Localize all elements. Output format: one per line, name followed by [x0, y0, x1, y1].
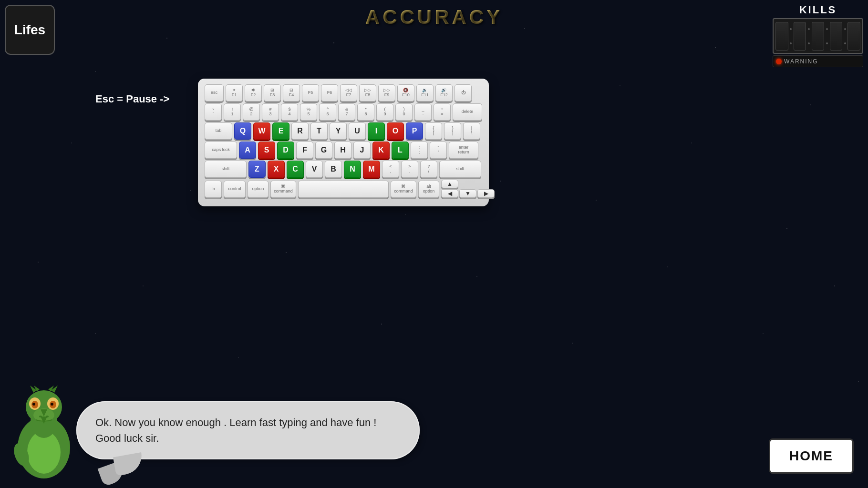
- key-g[interactable]: G: [315, 142, 332, 159]
- key-h[interactable]: H: [334, 142, 351, 159]
- kills-sep-dot-6: [826, 42, 828, 44]
- key-comma[interactable]: <,: [382, 161, 399, 178]
- key-p[interactable]: P: [406, 122, 423, 140]
- key-f11[interactable]: 🔉F11: [416, 84, 434, 102]
- kills-sep-dot-1: [790, 28, 792, 30]
- key-5[interactable]: %5: [300, 103, 317, 121]
- key-d[interactable]: D: [277, 142, 294, 159]
- key-arrow-down[interactable]: ▼: [459, 189, 476, 198]
- key-f4[interactable]: ⊟F4: [283, 84, 300, 102]
- svg-point-7: [32, 403, 35, 406]
- key-1[interactable]: !1: [224, 103, 241, 121]
- key-3[interactable]: #3: [262, 103, 279, 121]
- key-arrow-left[interactable]: ◀: [441, 189, 458, 198]
- key-l[interactable]: L: [392, 142, 409, 159]
- key-k[interactable]: K: [372, 142, 390, 159]
- key-z[interactable]: Z: [248, 161, 266, 178]
- key-caps-lock[interactable]: caps lock: [205, 142, 237, 159]
- key-m[interactable]: M: [363, 161, 380, 178]
- key-fn-bottom[interactable]: fn: [205, 181, 222, 198]
- key-space[interactable]: [298, 181, 389, 198]
- key-f7[interactable]: ◁◁F7: [340, 84, 357, 102]
- key-i[interactable]: I: [368, 122, 385, 140]
- key-y[interactable]: Y: [330, 122, 347, 140]
- key-f12[interactable]: 🔊F12: [435, 84, 453, 102]
- key-2[interactable]: @2: [243, 103, 260, 121]
- key-arrow-up[interactable]: ▲: [441, 180, 458, 188]
- key-n[interactable]: N: [344, 161, 361, 178]
- accuracy-text: ACCURACY: [365, 6, 503, 28]
- key-f2[interactable]: ✱F2: [245, 84, 262, 102]
- key-c[interactable]: C: [287, 161, 304, 178]
- warning-text: WARNING: [784, 58, 818, 65]
- key-option-right[interactable]: altoption: [418, 181, 439, 198]
- key-b[interactable]: B: [325, 161, 342, 178]
- key-f6[interactable]: F6: [321, 84, 338, 102]
- key-r[interactable]: R: [291, 122, 309, 140]
- key-v[interactable]: V: [306, 161, 323, 178]
- key-f5[interactable]: F5: [302, 84, 319, 102]
- key-tab[interactable]: tab: [205, 122, 232, 140]
- key-lbracket[interactable]: {[: [425, 122, 442, 140]
- key-equals[interactable]: +=: [434, 103, 451, 121]
- key-8[interactable]: *8: [357, 103, 374, 121]
- key-t[interactable]: T: [310, 122, 328, 140]
- key-f3[interactable]: ⊞F3: [264, 84, 281, 102]
- key-backslash[interactable]: |\: [463, 122, 480, 140]
- key-arrow-right[interactable]: ▶: [477, 189, 495, 198]
- key-j[interactable]: J: [353, 142, 371, 159]
- home-button[interactable]: HOME: [769, 438, 854, 474]
- key-0[interactable]: )0: [395, 103, 413, 121]
- key-slash[interactable]: ?/: [420, 161, 437, 178]
- key-minus[interactable]: _-: [414, 103, 432, 121]
- key-shift-right[interactable]: shift: [439, 161, 481, 178]
- key-x[interactable]: X: [268, 161, 285, 178]
- key-s[interactable]: S: [258, 142, 275, 159]
- key-f8[interactable]: ▷▷F8: [359, 84, 376, 102]
- lifes-label: Lifes: [14, 22, 45, 38]
- keyboard-row-asdf: caps lock A S D F G H J K L :; "' enterr…: [205, 142, 482, 159]
- key-option-left[interactable]: option: [248, 181, 269, 198]
- kills-digit-1: [775, 22, 788, 51]
- key-f10[interactable]: 🔇F10: [397, 84, 414, 102]
- key-command-left[interactable]: ⌘command: [270, 181, 296, 198]
- key-enter[interactable]: enterreturn: [449, 142, 478, 159]
- key-delete[interactable]: delete: [453, 103, 482, 121]
- key-shift-left[interactable]: shift: [205, 161, 247, 178]
- key-7[interactable]: &7: [338, 103, 355, 121]
- key-q[interactable]: Q: [234, 122, 251, 140]
- key-f9[interactable]: ▷▷F9: [378, 84, 395, 102]
- key-backtick[interactable]: ~`: [205, 103, 222, 121]
- kills-digit-2: [794, 22, 806, 51]
- key-rbracket[interactable]: }]: [444, 122, 461, 140]
- kills-separator-3: [826, 22, 828, 51]
- kills-sep-dot-5: [826, 28, 828, 30]
- kills-label: KILLS: [773, 4, 863, 16]
- key-4[interactable]: $4: [281, 103, 298, 121]
- key-u[interactable]: U: [349, 122, 366, 140]
- kills-digit-4: [830, 22, 843, 51]
- lifes-box: Lifes: [5, 5, 55, 55]
- key-e[interactable]: E: [272, 122, 289, 140]
- kills-sep-dot-4: [808, 42, 810, 44]
- dialog-container: Ok. Now you know enough . Learn fast typ…: [76, 401, 420, 459]
- key-period[interactable]: >.: [401, 161, 418, 178]
- key-f[interactable]: F: [296, 142, 313, 159]
- kills-counter: [773, 18, 863, 54]
- key-o[interactable]: O: [387, 122, 404, 140]
- key-semicolon[interactable]: :;: [411, 142, 428, 159]
- key-a[interactable]: A: [239, 142, 256, 159]
- key-command-right[interactable]: ⌘command: [391, 181, 416, 198]
- key-quote[interactable]: "': [430, 142, 447, 159]
- keyboard-row-qwerty: tab Q W E R T Y U I O P {[ }] |\: [205, 122, 482, 140]
- key-w[interactable]: W: [253, 122, 270, 140]
- key-6[interactable]: ^6: [319, 103, 336, 121]
- key-control[interactable]: control: [224, 181, 246, 198]
- key-f1[interactable]: ✦F1: [226, 84, 243, 102]
- kills-sep-dot-2: [790, 42, 792, 44]
- key-esc[interactable]: esc: [205, 84, 224, 102]
- warning-dot-icon: [776, 59, 782, 64]
- key-9[interactable]: (9: [376, 103, 393, 121]
- kills-separator-4: [844, 22, 846, 51]
- key-power[interactable]: ⏻: [455, 84, 472, 102]
